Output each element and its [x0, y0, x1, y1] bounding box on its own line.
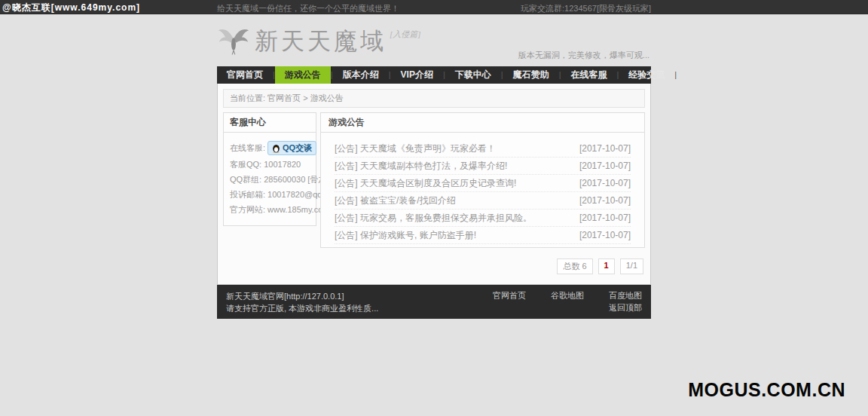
site-header: 新天天魔域 [入侵篇] 版本无漏洞，完美修改，爆率可观... [217, 14, 651, 66]
nav-download[interactable]: 下载中心 [445, 66, 501, 84]
announcement-link[interactable]: [公告] 天天魔域《免责声明》玩家必看！ [335, 143, 496, 154]
qq-group: QQ群组: 285600030 [骨灰] [230, 174, 310, 185]
announcement-row: [公告] 天天魔域《免责声明》玩家必看！ [2017-10-07] [335, 140, 631, 158]
top-slogan: 给天天魔域一份信任，还你一个公平的魔域世界！ [217, 3, 399, 14]
header-tagline: 版本无漏洞，完美修改，爆率可观... [518, 50, 649, 61]
site-logo[interactable]: 新天天魔域 [入侵篇] [217, 24, 421, 59]
announcement-date: [2017-10-07] [579, 230, 631, 240]
announcement-link[interactable]: [公告] 天天魔域副本特色打法，及爆率介绍! [335, 161, 507, 171]
site-edition: [入侵篇] [390, 29, 421, 40]
complaint-email: 投诉邮箱: 10017820@qq.com [230, 189, 310, 200]
announcement-link[interactable]: [公告] 玩家交易，客服免费担保交易并承担风险。 [335, 213, 532, 223]
back-to-top-link[interactable]: 返回顶部 [470, 301, 642, 314]
announcements-panel: 游戏公告 [公告] 天天魔域《免责声明》玩家必看！ [2017-10-07] [… [320, 112, 645, 248]
announcement-row: [公告] 被盗宝宝/装备/找回介绍 [2017-10-07] [335, 192, 631, 210]
nav-sponsor[interactable]: 魔石赞助 [503, 66, 559, 84]
pagination-page-count: 1/1 [620, 258, 643, 274]
service-qq: 客服QQ: 10017820 [230, 159, 310, 170]
content-card: 当前位置: 官网首页 > 游戏公告 客服中心 在线客服: [217, 84, 651, 285]
announcement-date: [2017-10-07] [579, 195, 631, 206]
pagination: 总数 6 1 1/1 [223, 258, 643, 274]
announcement-link[interactable]: [公告] 天天魔域合区制度及合区历史记录查询! [335, 178, 516, 188]
announcement-date: [2017-10-07] [579, 161, 631, 171]
nav-exchange[interactable]: 经验交流 [619, 66, 674, 84]
nav-home[interactable]: 官网首页 [217, 66, 273, 84]
announcement-row: [公告] 天天魔域合区制度及合区历史记录查询! [2017-10-07] [335, 175, 631, 192]
pagination-total: 总数 6 [557, 258, 592, 274]
footer-link-home[interactable]: 官网首页 [493, 291, 526, 300]
announcement-date: [2017-10-07] [579, 213, 631, 223]
announcement-date: [2017-10-07] [579, 143, 631, 154]
watermark: MOGUS.COM.CN [688, 379, 845, 401]
announcement-date: [2017-10-07] [579, 178, 631, 188]
breadcrumb: 当前位置: 官网首页 > 游戏公告 [223, 89, 645, 108]
service-center-panel: 客服中心 在线客服: QQ交谈 [223, 112, 316, 226]
top-bar: @晓杰互联[www.649my.com] 给天天魔域一份信任，还你一个公平的魔域… [0, 0, 868, 14]
nav-support[interactable]: 在线客服 [561, 66, 617, 84]
service-center-title: 客服中心 [224, 113, 316, 133]
announcement-row: [公告] 保护游戏账号, 账户防盗手册! [2017-10-07] [335, 227, 631, 244]
bird-wings-icon [217, 24, 250, 57]
nav-separator: | [674, 66, 677, 84]
nav-announcements[interactable]: 游戏公告 [275, 66, 331, 84]
announcements-title: 游戏公告 [321, 113, 644, 133]
announcement-row: [公告] 玩家交易，客服免费担保交易并承担风险。 [2017-10-07] [335, 210, 631, 227]
announcement-link[interactable]: [公告] 保护游戏账号, 账户防盗手册! [335, 230, 476, 240]
footer-link-baidu-map[interactable]: 百度地图 [609, 291, 642, 300]
footer-disclaimer: 请支持官方正版, 本游戏非商业盈利性质... [226, 302, 378, 314]
qq-penguin-icon [272, 144, 280, 153]
nav-version[interactable]: 版本介绍 [333, 66, 389, 84]
site-title: 新天天魔域 [255, 24, 387, 59]
qq-chat-label: QQ交谈 [283, 142, 312, 154]
online-service-label: 在线客服: [230, 142, 265, 154]
host-credit: @晓杰互联[www.649my.com] [2, 2, 140, 14]
footer-link-google-map[interactable]: 谷歌地图 [551, 291, 584, 300]
main-nav: 官网首页 | 游戏公告 | 版本介绍 | VIP介绍 | 下载中心 | 魔石赞助… [217, 66, 651, 84]
announcement-row: [公告] 天天魔域副本特色打法，及爆率介绍! [2017-10-07] [335, 158, 631, 175]
official-site: 官方网站: www.185my.com [230, 204, 310, 216]
site-footer: 新天天魔域官网[http://127.0.0.1] 请支持官方正版, 本游戏非商… [217, 285, 651, 319]
pagination-current-page[interactable]: 1 [598, 258, 615, 274]
announcement-link[interactable]: [公告] 被盗宝宝/装备/找回介绍 [335, 195, 456, 206]
footer-site-url: 新天天魔域官网[http://127.0.0.1] [226, 290, 378, 302]
nav-vip[interactable]: VIP介绍 [391, 66, 443, 84]
qq-chat-button[interactable]: QQ交谈 [267, 141, 316, 155]
player-group-info: 玩家交流群:1234567[限骨灰级玩家] [521, 3, 651, 14]
